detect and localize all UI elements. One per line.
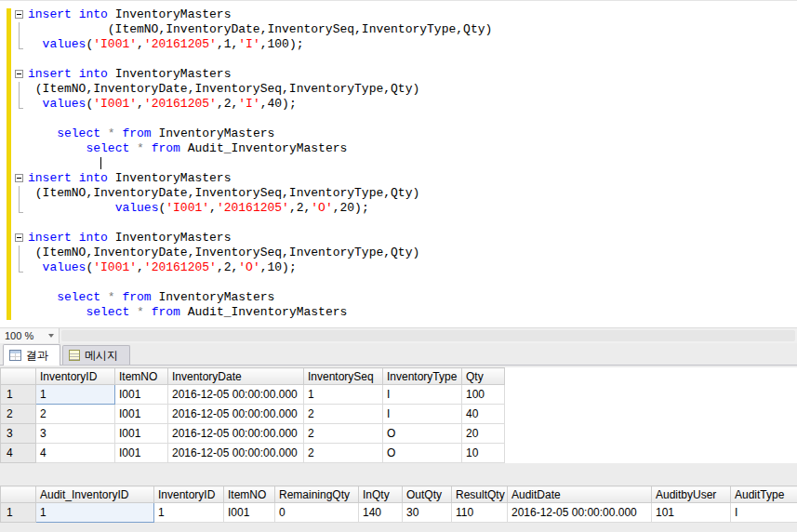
tab-results[interactable]: 결과 [3,344,60,366]
column-header-audit_inventoryid[interactable]: Audit_InventoryID [36,486,154,503]
row-header[interactable]: 3 [1,424,36,444]
grid-cell[interactable]: I [731,503,797,523]
code-line[interactable]: values('I001','20161205',2,'I',40); [0,97,797,112]
row-header[interactable]: 1 [1,385,36,405]
audit-results-grid: Audit_InventoryIDInventoryIDItemNORemain… [0,485,797,523]
grid-cell[interactable]: 0 [275,503,359,523]
code-line[interactable]: (ItemNO,InventoryDate,InventorySeq,Inven… [0,186,797,201]
code-line[interactable]: select * from Audit_InventoryMasters [0,141,797,156]
column-header-inventorytype[interactable]: InventoryType [383,368,462,385]
code-text: select * from Audit_InventoryMasters [28,141,347,156]
grid-corner-cell[interactable] [1,486,36,503]
grid-cell[interactable]: 110 [452,503,508,523]
grid-cell[interactable]: I001 [115,405,168,424]
code-line[interactable] [0,52,797,67]
sql-editor[interactable]: insert into InventoryMasters (ItemNO,Inv… [0,0,797,327]
grid-cell[interactable]: I001 [115,444,168,463]
column-header-auditbyuser[interactable]: AuditbyUser [652,486,731,503]
grid-splitter[interactable] [0,463,797,485]
gutter [0,275,28,290]
code-line[interactable]: (ItemNO,InventoryDate,InventorySeq,Inven… [0,246,797,260]
grid-cell[interactable]: 1 [154,503,224,523]
code-token [100,290,108,304]
code-line[interactable]: select * from InventoryMasters [0,290,797,305]
grid-cell[interactable]: 140 [359,503,403,523]
horizontal-scrollbar[interactable] [60,328,797,343]
grid-cell[interactable]: 2016-12-05 00:00:00.000 [168,405,304,424]
code-token: InventoryMasters [108,7,232,21]
code-line[interactable]: (ItemNO,InventoryDate,InventorySeq,Inven… [0,82,797,97]
column-header-auditdate[interactable]: AuditDate [508,486,652,503]
zoom-level-select[interactable]: 100 % [0,328,60,343]
column-header-qty[interactable]: Qty [462,368,505,385]
grid-cell[interactable]: 2 [304,424,383,444]
column-header-itemno[interactable]: ItemNO [224,486,275,503]
grid-cell[interactable]: I [383,405,462,424]
tab-messages[interactable]: 메시지 [62,345,130,365]
column-header-inventoryseq[interactable]: InventorySeq [304,368,383,385]
grid-cell[interactable]: 2016-12-05 00:00:00.000 [508,503,652,523]
column-header-inventoryid[interactable]: InventoryID [36,368,115,385]
code-line[interactable]: select * from InventoryMasters [0,126,797,141]
fold-collapse-icon[interactable] [15,174,23,182]
code-line[interactable]: insert into InventoryMasters [0,7,797,22]
grid-cell[interactable]: 100 [462,385,505,405]
grid-cell[interactable]: 10 [462,444,505,463]
code-line[interactable] [0,156,797,171]
grid-cell[interactable]: I [383,385,462,405]
column-header-resultqty[interactable]: ResultQty [452,486,508,503]
code-line[interactable]: select * from Audit_InventoryMasters [0,305,797,320]
code-token [144,305,152,319]
code-line[interactable] [0,216,797,231]
column-header-outqty[interactable]: OutQty [403,486,452,503]
code-token [129,305,137,319]
grid-cell[interactable]: 2016-12-05 00:00:00.000 [168,385,304,405]
grid-cell[interactable]: 2016-12-05 00:00:00.000 [168,444,304,463]
grid-row: 111I0010140301102016-12-05 00:00:00.0001… [1,503,797,523]
grid-cell[interactable]: 2 [304,405,383,424]
code-line[interactable]: values('I001','20161205',1,'I',100); [0,37,797,52]
grid-cell[interactable]: 30 [403,503,452,523]
code-token: ,2, [217,97,238,111]
grid-cell[interactable]: 2016-12-05 00:00:00.000 [168,424,304,444]
grid-cell[interactable]: 2 [304,444,383,463]
code-token: 'I001' [166,201,209,215]
grid-cell[interactable]: I001 [115,385,168,405]
column-header-inqty[interactable]: InQty [359,486,403,503]
grid-cell[interactable]: 1 [304,385,383,405]
code-line[interactable]: values('I001','20161205',2,'O',20); [0,201,797,216]
code-line[interactable]: insert into InventoryMasters [0,67,797,82]
column-header-inventorydate[interactable]: InventoryDate [168,368,304,385]
selected-grid-cell[interactable]: 1 [36,385,115,405]
code-line[interactable] [0,112,797,126]
fold-collapse-icon[interactable] [15,233,23,242]
fold-collapse-icon[interactable] [15,10,23,19]
grid-cell[interactable]: 3 [36,424,115,444]
grid-corner-cell[interactable] [1,368,36,385]
grid-cell[interactable]: O [383,444,462,463]
code-line[interactable]: insert into InventoryMasters [0,171,797,186]
row-header[interactable]: 1 [1,503,36,523]
selected-grid-cell[interactable]: 1 [36,503,154,523]
grid-cell[interactable]: I001 [224,503,275,523]
editor-status-bar: 100 % [0,327,797,343]
grid-cell[interactable]: O [383,424,462,444]
grid-cell[interactable]: I001 [115,424,168,444]
code-line[interactable]: (ItemNO,InventoryDate,InventorySeq,Inven… [0,22,797,37]
row-header[interactable]: 2 [1,405,36,424]
scrollbar-thumb[interactable] [61,330,795,341]
grid-cell[interactable]: 101 [652,503,731,523]
grid-cell[interactable]: 2 [36,405,115,424]
column-header-remainingqty[interactable]: RemainingQty [275,486,359,503]
column-header-audittype[interactable]: AuditType [731,486,797,503]
column-header-inventoryid[interactable]: InventoryID [154,486,224,503]
code-line[interactable] [0,275,797,290]
grid-cell[interactable]: 20 [462,424,505,444]
grid-cell[interactable]: 4 [36,444,115,463]
row-header[interactable]: 4 [1,444,36,463]
grid-cell[interactable]: 40 [462,405,505,424]
code-line[interactable]: insert into InventoryMasters [0,231,797,246]
code-line[interactable]: values('I001','20161205',2,'O',10); [0,260,797,275]
column-header-itemno[interactable]: ItemNO [115,368,168,385]
fold-collapse-icon[interactable] [15,70,23,78]
